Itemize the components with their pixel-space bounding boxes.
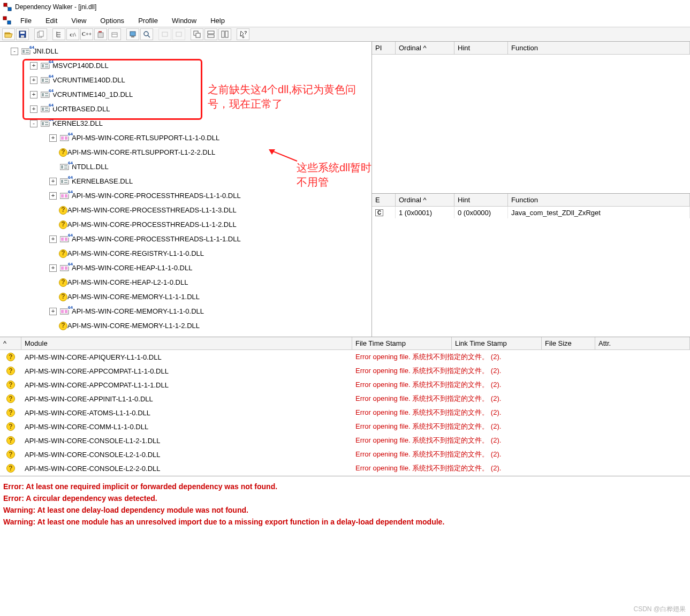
tree-label: API-MS-WIN-CORE-MEMORY-L1-1-0.DLL: [72, 304, 204, 318]
imports-grid[interactable]: PI Ordinal ^ Hint Function: [372, 42, 690, 194]
module-row[interactable]: ?API-MS-WIN-CORE-APPINIT-L1-1-0.DLLError…: [0, 392, 690, 406]
expand-toggle[interactable]: +: [49, 264, 57, 272]
expand-toggle[interactable]: +: [49, 192, 57, 200]
menubar: File Edit View Options Profile Window He…: [0, 14, 690, 27]
module-row[interactable]: ?API-MS-WIN-CORE-APIQUERY-L1-1-0.DLLErro…: [0, 350, 690, 364]
tree-node[interactable]: ?API-MS-WIN-CORE-MEMORY-L1-1-1.DLL: [3, 290, 371, 304]
autoexpand-button[interactable]: [52, 28, 65, 40]
help-button[interactable]: ?: [237, 28, 249, 40]
tree-node[interactable]: +UCRTBASED.DLL: [3, 102, 371, 116]
open-button[interactable]: [2, 28, 15, 40]
col-pi[interactable]: PI: [372, 42, 396, 54]
mcol-attr[interactable]: Attr.: [595, 337, 690, 349]
svg-rect-60: [64, 165, 67, 166]
tree-node[interactable]: +API-MS-WIN-CORE-RTLSUPPORT-L1-1-0.DLL: [3, 131, 371, 145]
expand-toggle[interactable]: +: [30, 77, 37, 84]
missing-icon: ?: [59, 322, 67, 330]
tree-node[interactable]: ?API-MS-WIN-CORE-PROCESSTHREADS-L1-1-2.D…: [3, 217, 371, 232]
svg-point-20: [144, 32, 148, 36]
mcol-lts[interactable]: Link Time Stamp: [452, 337, 542, 349]
tree-node[interactable]: ?API-MS-WIN-CORE-RTLSUPPORT-L1-2-2.DLL: [3, 145, 371, 159]
tree-node[interactable]: +MSVCP140D.DLL: [3, 58, 371, 73]
module-row[interactable]: ?API-MS-WIN-CORE-ATOMS-L1-1-0.DLLError o…: [0, 406, 690, 420]
menu-options[interactable]: Options: [94, 16, 131, 26]
copy-button[interactable]: [34, 28, 47, 40]
expand-toggle[interactable]: +: [30, 91, 37, 98]
save-button[interactable]: [16, 28, 29, 40]
expand-toggle[interactable]: +: [30, 105, 37, 113]
module-row[interactable]: ?API-MS-WIN-CORE-CONSOLE-L1-2-1.DLLError…: [0, 434, 690, 447]
undecorate-button[interactable]: C++: [80, 28, 93, 40]
export-row[interactable]: C 1 (0x0001) 0 (0x0000) Java_com_test_ZD…: [372, 207, 690, 218]
tree-node[interactable]: +KERNELBASE.DLL: [3, 174, 371, 188]
expand-toggle[interactable]: +: [49, 308, 57, 315]
fullpaths-button[interactable]: c:\: [66, 28, 79, 40]
tree-node[interactable]: -KERNEL32.DLL: [3, 116, 371, 131]
mcol-size[interactable]: File Size: [542, 337, 595, 349]
menu-window[interactable]: Window: [165, 16, 203, 26]
tile-horz-button[interactable]: [204, 28, 217, 40]
module-icon: [41, 76, 50, 85]
app-icon: [3, 3, 12, 11]
tree-node[interactable]: +VCRUNTIME140_1D.DLL: [3, 87, 371, 102]
tree-node[interactable]: +API-MS-WIN-CORE-MEMORY-L1-1-0.DLL: [3, 304, 371, 318]
col-hint2[interactable]: Hint: [454, 194, 508, 206]
tree-node[interactable]: ?API-MS-WIN-CORE-MEMORY-L1-1-2.DLL: [3, 318, 371, 333]
tree-node[interactable]: -JNI.DLL: [3, 44, 371, 58]
module-row[interactable]: ?API-MS-WIN-CORE-COMM-L1-1-0.DLLError op…: [0, 420, 690, 434]
find-button[interactable]: [140, 28, 153, 40]
module-error: Error opening file. 系统找不到指定的文件。 (2).: [352, 379, 690, 391]
tree-node[interactable]: ?API-MS-WIN-CORE-REGISTRY-L1-1-0.DLL: [3, 246, 371, 261]
expand-toggle[interactable]: +: [30, 62, 37, 70]
menu-profile[interactable]: Profile: [132, 16, 164, 26]
col-hint[interactable]: Hint: [454, 42, 508, 54]
expand-toggle[interactable]: -: [30, 120, 37, 127]
expand-toggle[interactable]: +: [49, 235, 57, 243]
tree-node[interactable]: +API-MS-WIN-CORE-PROCESSTHREADS-L1-1-0.D…: [3, 188, 371, 203]
tree-label: API-MS-WIN-CORE-MEMORY-L1-1-1.DLL: [67, 290, 200, 304]
syspath-button[interactable]: [108, 28, 121, 40]
col-function2[interactable]: Function: [508, 194, 690, 206]
exports-grid[interactable]: E Ordinal ^ Hint Function C 1 (0x0001) 0…: [372, 194, 690, 337]
col-e[interactable]: E: [372, 194, 396, 206]
next-button[interactable]: [172, 28, 185, 40]
col-function[interactable]: Function: [508, 42, 690, 54]
tree-node[interactable]: NTDLL.DLL: [3, 159, 371, 174]
tree-node[interactable]: ?API-MS-WIN-CORE-PROCESSTHREADS-L1-1-3.D…: [3, 203, 371, 217]
expand-toggle[interactable]: -: [11, 48, 18, 55]
svg-rect-76: [61, 310, 64, 313]
dependency-tree-pane[interactable]: -JNI.DLL+MSVCP140D.DLL+VCRUNTIME140D.DLL…: [0, 42, 372, 337]
menu-view[interactable]: View: [65, 16, 93, 26]
menu-help[interactable]: Help: [204, 16, 231, 26]
tree-node[interactable]: +API-MS-WIN-CORE-HEAP-L1-1-0.DLL: [3, 261, 371, 275]
cascade-button[interactable]: [191, 28, 203, 40]
tile-vert-button[interactable]: [218, 28, 231, 40]
module-list-pane[interactable]: ^ Module File Time Stamp Link Time Stamp…: [0, 337, 690, 476]
module-name: API-MS-WIN-CORE-CONSOLE-L1-2-1.DLL: [21, 436, 352, 446]
expand-toggle[interactable]: +: [49, 178, 57, 185]
col-ordinal2[interactable]: Ordinal ^: [396, 194, 454, 206]
tree-node[interactable]: ?API-MS-WIN-CORE-HEAP-L2-1-0.DLL: [3, 275, 371, 290]
svg-rect-16: [112, 33, 117, 37]
tree-label: UCRTBASED.DLL: [52, 102, 110, 116]
prev-button[interactable]: [158, 28, 171, 40]
mcol-icon[interactable]: ^: [0, 337, 21, 349]
expand-toggle[interactable]: +: [49, 134, 57, 142]
log-line: Warning: At least one delay-load depende…: [3, 504, 687, 516]
configure-button[interactable]: [126, 28, 139, 40]
tree-node[interactable]: +VCRUNTIME140D.DLL: [3, 73, 371, 87]
col-ordinal[interactable]: Ordinal ^: [396, 42, 454, 54]
tree-label: API-MS-WIN-CORE-REGISTRY-L1-1-0.DLL: [67, 246, 204, 261]
tree-node[interactable]: +API-MS-WIN-CORE-PROCESSTHREADS-L1-1-1.D…: [3, 232, 371, 246]
menu-edit[interactable]: Edit: [39, 16, 64, 26]
properties-button[interactable]: [94, 28, 107, 40]
mcol-module[interactable]: Module: [21, 337, 352, 349]
mcol-fts[interactable]: File Time Stamp: [352, 337, 452, 349]
module-row[interactable]: ?API-MS-WIN-CORE-APPCOMPAT-L1-1-0.DLLErr…: [0, 364, 690, 378]
log-pane[interactable]: Error: At least one required implicit or…: [0, 476, 690, 532]
module-error: Error opening file. 系统找不到指定的文件。 (2).: [352, 462, 690, 474]
module-row[interactable]: ?API-MS-WIN-CORE-CONSOLE-L2-2-0.DLLError…: [0, 461, 690, 475]
module-row[interactable]: ?API-MS-WIN-CORE-CONSOLE-L2-1-0.DLLError…: [0, 447, 690, 461]
menu-file[interactable]: File: [14, 16, 38, 26]
module-row[interactable]: ?API-MS-WIN-CORE-APPCOMPAT-L1-1-1.DLLErr…: [0, 378, 690, 392]
